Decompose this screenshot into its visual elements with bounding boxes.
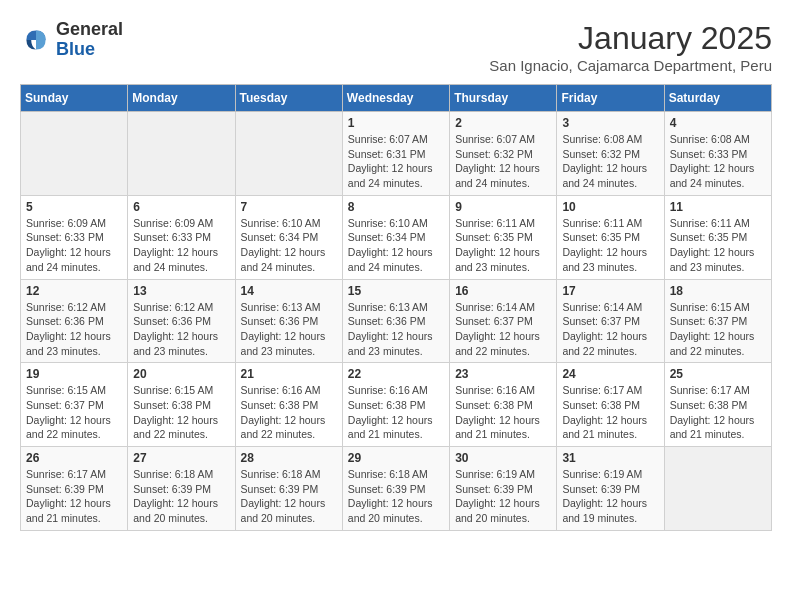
day-number: 8 (348, 200, 444, 214)
calendar-week-2: 5Sunrise: 6:09 AMSunset: 6:33 PMDaylight… (21, 195, 772, 279)
day-info: Sunrise: 6:16 AMSunset: 6:38 PMDaylight:… (455, 383, 551, 442)
day-number: 29 (348, 451, 444, 465)
day-number: 11 (670, 200, 766, 214)
day-number: 25 (670, 367, 766, 381)
day-number: 27 (133, 451, 229, 465)
weekday-header-thursday: Thursday (450, 85, 557, 112)
day-info: Sunrise: 6:10 AMSunset: 6:34 PMDaylight:… (348, 216, 444, 275)
day-info: Sunrise: 6:12 AMSunset: 6:36 PMDaylight:… (26, 300, 122, 359)
calendar-cell: 19Sunrise: 6:15 AMSunset: 6:37 PMDayligh… (21, 363, 128, 447)
day-number: 4 (670, 116, 766, 130)
logo-icon (20, 24, 52, 56)
calendar-week-1: 1Sunrise: 6:07 AMSunset: 6:31 PMDaylight… (21, 112, 772, 196)
day-number: 17 (562, 284, 658, 298)
calendar-cell (21, 112, 128, 196)
day-info: Sunrise: 6:15 AMSunset: 6:37 PMDaylight:… (670, 300, 766, 359)
day-info: Sunrise: 6:16 AMSunset: 6:38 PMDaylight:… (348, 383, 444, 442)
day-info: Sunrise: 6:08 AMSunset: 6:32 PMDaylight:… (562, 132, 658, 191)
day-number: 5 (26, 200, 122, 214)
calendar-cell: 22Sunrise: 6:16 AMSunset: 6:38 PMDayligh… (342, 363, 449, 447)
calendar-cell: 4Sunrise: 6:08 AMSunset: 6:33 PMDaylight… (664, 112, 771, 196)
day-number: 26 (26, 451, 122, 465)
day-info: Sunrise: 6:11 AMSunset: 6:35 PMDaylight:… (562, 216, 658, 275)
day-info: Sunrise: 6:14 AMSunset: 6:37 PMDaylight:… (455, 300, 551, 359)
calendar-header: SundayMondayTuesdayWednesdayThursdayFrid… (21, 85, 772, 112)
calendar-cell: 27Sunrise: 6:18 AMSunset: 6:39 PMDayligh… (128, 447, 235, 531)
calendar-cell: 26Sunrise: 6:17 AMSunset: 6:39 PMDayligh… (21, 447, 128, 531)
logo-blue: Blue (56, 40, 123, 60)
day-number: 2 (455, 116, 551, 130)
calendar-cell: 7Sunrise: 6:10 AMSunset: 6:34 PMDaylight… (235, 195, 342, 279)
calendar-cell: 29Sunrise: 6:18 AMSunset: 6:39 PMDayligh… (342, 447, 449, 531)
day-number: 13 (133, 284, 229, 298)
calendar-cell: 21Sunrise: 6:16 AMSunset: 6:38 PMDayligh… (235, 363, 342, 447)
day-number: 3 (562, 116, 658, 130)
calendar-cell: 2Sunrise: 6:07 AMSunset: 6:32 PMDaylight… (450, 112, 557, 196)
day-info: Sunrise: 6:07 AMSunset: 6:32 PMDaylight:… (455, 132, 551, 191)
calendar-body: 1Sunrise: 6:07 AMSunset: 6:31 PMDaylight… (21, 112, 772, 531)
calendar-cell: 10Sunrise: 6:11 AMSunset: 6:35 PMDayligh… (557, 195, 664, 279)
calendar-cell (664, 447, 771, 531)
day-info: Sunrise: 6:09 AMSunset: 6:33 PMDaylight:… (133, 216, 229, 275)
calendar-cell: 5Sunrise: 6:09 AMSunset: 6:33 PMDaylight… (21, 195, 128, 279)
calendar-cell: 16Sunrise: 6:14 AMSunset: 6:37 PMDayligh… (450, 279, 557, 363)
weekday-row: SundayMondayTuesdayWednesdayThursdayFrid… (21, 85, 772, 112)
calendar-week-5: 26Sunrise: 6:17 AMSunset: 6:39 PMDayligh… (21, 447, 772, 531)
page-subtitle: San Ignacio, Cajamarca Department, Peru (489, 57, 772, 74)
day-number: 30 (455, 451, 551, 465)
calendar-cell: 13Sunrise: 6:12 AMSunset: 6:36 PMDayligh… (128, 279, 235, 363)
day-number: 24 (562, 367, 658, 381)
day-info: Sunrise: 6:17 AMSunset: 6:39 PMDaylight:… (26, 467, 122, 526)
day-info: Sunrise: 6:11 AMSunset: 6:35 PMDaylight:… (670, 216, 766, 275)
calendar-cell: 25Sunrise: 6:17 AMSunset: 6:38 PMDayligh… (664, 363, 771, 447)
calendar-cell: 30Sunrise: 6:19 AMSunset: 6:39 PMDayligh… (450, 447, 557, 531)
day-number: 9 (455, 200, 551, 214)
weekday-header-sunday: Sunday (21, 85, 128, 112)
weekday-header-monday: Monday (128, 85, 235, 112)
day-info: Sunrise: 6:15 AMSunset: 6:38 PMDaylight:… (133, 383, 229, 442)
calendar-cell: 12Sunrise: 6:12 AMSunset: 6:36 PMDayligh… (21, 279, 128, 363)
calendar-cell: 6Sunrise: 6:09 AMSunset: 6:33 PMDaylight… (128, 195, 235, 279)
day-info: Sunrise: 6:08 AMSunset: 6:33 PMDaylight:… (670, 132, 766, 191)
day-info: Sunrise: 6:18 AMSunset: 6:39 PMDaylight:… (133, 467, 229, 526)
day-info: Sunrise: 6:09 AMSunset: 6:33 PMDaylight:… (26, 216, 122, 275)
day-number: 7 (241, 200, 337, 214)
day-info: Sunrise: 6:19 AMSunset: 6:39 PMDaylight:… (562, 467, 658, 526)
day-info: Sunrise: 6:11 AMSunset: 6:35 PMDaylight:… (455, 216, 551, 275)
logo-general: General (56, 20, 123, 40)
day-number: 10 (562, 200, 658, 214)
calendar-cell: 11Sunrise: 6:11 AMSunset: 6:35 PMDayligh… (664, 195, 771, 279)
day-info: Sunrise: 6:18 AMSunset: 6:39 PMDaylight:… (241, 467, 337, 526)
page-title: January 2025 (489, 20, 772, 57)
calendar-cell: 31Sunrise: 6:19 AMSunset: 6:39 PMDayligh… (557, 447, 664, 531)
day-info: Sunrise: 6:17 AMSunset: 6:38 PMDaylight:… (562, 383, 658, 442)
day-number: 6 (133, 200, 229, 214)
day-number: 28 (241, 451, 337, 465)
calendar-cell: 17Sunrise: 6:14 AMSunset: 6:37 PMDayligh… (557, 279, 664, 363)
day-info: Sunrise: 6:18 AMSunset: 6:39 PMDaylight:… (348, 467, 444, 526)
logo: General Blue (20, 20, 123, 60)
calendar-cell: 23Sunrise: 6:16 AMSunset: 6:38 PMDayligh… (450, 363, 557, 447)
day-info: Sunrise: 6:15 AMSunset: 6:37 PMDaylight:… (26, 383, 122, 442)
logo-text: General Blue (56, 20, 123, 60)
calendar-week-3: 12Sunrise: 6:12 AMSunset: 6:36 PMDayligh… (21, 279, 772, 363)
day-info: Sunrise: 6:16 AMSunset: 6:38 PMDaylight:… (241, 383, 337, 442)
calendar-cell: 28Sunrise: 6:18 AMSunset: 6:39 PMDayligh… (235, 447, 342, 531)
calendar-cell: 14Sunrise: 6:13 AMSunset: 6:36 PMDayligh… (235, 279, 342, 363)
calendar-week-4: 19Sunrise: 6:15 AMSunset: 6:37 PMDayligh… (21, 363, 772, 447)
day-info: Sunrise: 6:13 AMSunset: 6:36 PMDaylight:… (348, 300, 444, 359)
day-info: Sunrise: 6:10 AMSunset: 6:34 PMDaylight:… (241, 216, 337, 275)
day-info: Sunrise: 6:17 AMSunset: 6:38 PMDaylight:… (670, 383, 766, 442)
title-block: January 2025 San Ignacio, Cajamarca Depa… (489, 20, 772, 74)
weekday-header-wednesday: Wednesday (342, 85, 449, 112)
day-number: 1 (348, 116, 444, 130)
day-info: Sunrise: 6:12 AMSunset: 6:36 PMDaylight:… (133, 300, 229, 359)
calendar-cell: 15Sunrise: 6:13 AMSunset: 6:36 PMDayligh… (342, 279, 449, 363)
day-info: Sunrise: 6:13 AMSunset: 6:36 PMDaylight:… (241, 300, 337, 359)
day-number: 20 (133, 367, 229, 381)
day-number: 14 (241, 284, 337, 298)
day-info: Sunrise: 6:19 AMSunset: 6:39 PMDaylight:… (455, 467, 551, 526)
weekday-header-friday: Friday (557, 85, 664, 112)
calendar-cell: 8Sunrise: 6:10 AMSunset: 6:34 PMDaylight… (342, 195, 449, 279)
calendar-cell: 20Sunrise: 6:15 AMSunset: 6:38 PMDayligh… (128, 363, 235, 447)
